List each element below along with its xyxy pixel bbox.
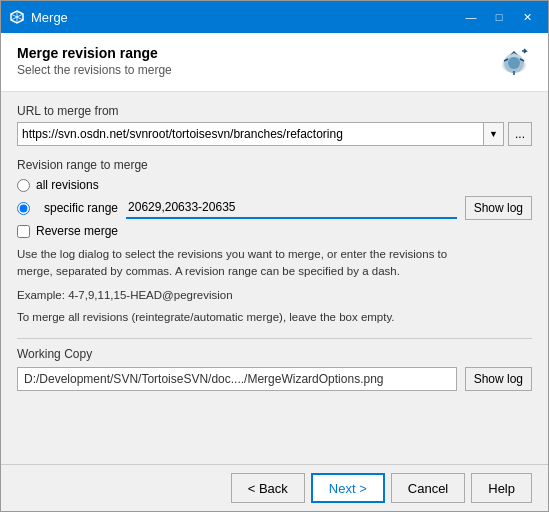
title-bar-controls: — □ ✕ — [458, 7, 540, 27]
next-button[interactable]: Next > — [311, 473, 385, 503]
note-label: To merge all revisions (reintegrate/auto… — [17, 311, 395, 323]
note-text: To merge all revisions (reintegrate/auto… — [17, 309, 532, 326]
header-text: Merge revision range Select the revision… — [17, 45, 172, 77]
footer: < Back Next > Cancel Help — [1, 464, 548, 511]
range-input[interactable] — [126, 197, 457, 219]
url-combo[interactable]: ▼ — [17, 122, 504, 146]
url-label: URL to merge from — [17, 104, 532, 118]
header-subtitle: Select the revisions to merge — [17, 63, 172, 77]
maximize-button[interactable]: □ — [486, 7, 512, 27]
header-title: Merge revision range — [17, 45, 172, 61]
merge-dialog: Merge — □ ✕ Merge revision range Select … — [0, 0, 549, 512]
cancel-button[interactable]: Cancel — [391, 473, 465, 503]
title-bar-left: Merge — [9, 9, 68, 25]
help-button[interactable]: Help — [471, 473, 532, 503]
working-copy-row: D:/Development/SVN/TortoiseSVN/doc..../M… — [17, 367, 532, 391]
url-dropdown-arrow[interactable]: ▼ — [483, 123, 503, 145]
all-revisions-label: all revisions — [36, 178, 99, 192]
revision-section: Revision range to merge all revisions sp… — [17, 158, 532, 326]
url-input[interactable] — [18, 123, 483, 145]
specific-range-radio[interactable] — [17, 202, 30, 215]
show-log-button-wc[interactable]: Show log — [465, 367, 532, 391]
working-copy-section: Working Copy D:/Development/SVN/Tortoise… — [17, 347, 532, 391]
revision-label: Revision range to merge — [17, 158, 532, 172]
title-bar: Merge — □ ✕ — [1, 1, 548, 33]
reverse-merge-checkbox[interactable] — [17, 225, 30, 238]
section-divider — [17, 338, 532, 339]
content-area: URL to merge from ▼ ... Revision range t… — [1, 92, 548, 464]
close-button[interactable]: ✕ — [514, 7, 540, 27]
specific-range-row: specific range Show log — [17, 196, 532, 220]
url-input-row: ▼ ... — [17, 122, 532, 146]
svg-point-1 — [508, 57, 520, 69]
working-copy-label: Working Copy — [17, 347, 532, 361]
all-revisions-radio[interactable] — [17, 179, 30, 192]
header-section: Merge revision range Select the revision… — [1, 33, 548, 92]
window-title: Merge — [31, 10, 68, 25]
help-line2: merge, separated by commas. A revision r… — [17, 265, 400, 277]
help-line1: Use the log dialog to select the revisio… — [17, 248, 447, 260]
app-icon — [9, 9, 25, 25]
help-text: Use the log dialog to select the revisio… — [17, 246, 532, 281]
show-log-button-range[interactable]: Show log — [465, 196, 532, 220]
url-section: URL to merge from ▼ ... — [17, 104, 532, 146]
browse-button[interactable]: ... — [508, 122, 532, 146]
working-copy-path: D:/Development/SVN/TortoiseSVN/doc..../M… — [17, 367, 457, 391]
reverse-merge-row: Reverse merge — [17, 224, 532, 238]
header-icon — [496, 45, 532, 81]
specific-range-label: specific range — [44, 201, 118, 215]
example-text: Example: 4-7,9,11,15-HEAD@pegrevision — [17, 289, 532, 301]
reverse-merge-label: Reverse merge — [36, 224, 118, 238]
example-label: Example: 4-7,9,11,15-HEAD@pegrevision — [17, 289, 233, 301]
all-revisions-row: all revisions — [17, 178, 532, 192]
minimize-button[interactable]: — — [458, 7, 484, 27]
back-button[interactable]: < Back — [231, 473, 305, 503]
